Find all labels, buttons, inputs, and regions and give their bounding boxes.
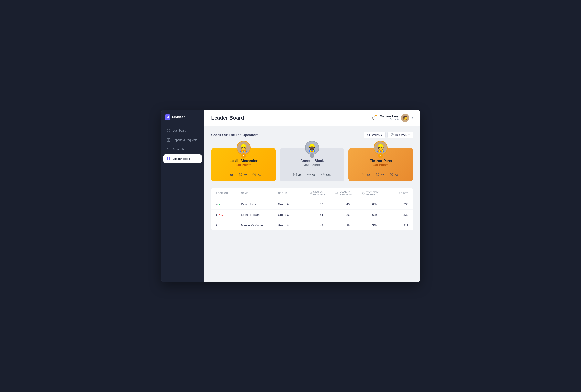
stat-val-6: 64h — [326, 174, 331, 177]
groups-filter-button[interactable]: All Groups ▾ — [364, 132, 386, 138]
row-name-4: Devon Lane — [241, 202, 276, 206]
app-name: Monitait — [172, 115, 186, 119]
svg-rect-41 — [309, 192, 311, 194]
table-header: POSITION NAME GROUP STATUS REPORTS — [211, 188, 413, 199]
row-name-5: Esther Howard — [241, 213, 276, 216]
row-group-4: Group A — [278, 202, 308, 206]
svg-point-44 — [310, 194, 310, 194]
schedule-icon — [166, 147, 170, 151]
user-info: Matthew Perry Score: 0 — [380, 115, 399, 121]
table-row: 4 ▲ 1 Devon Lane Group A 36 40 60h 336 — [211, 199, 413, 209]
svg-rect-1 — [168, 129, 170, 130]
row-quality-4: 40 — [336, 202, 360, 206]
col-status: STATUS REPORTS — [309, 191, 334, 196]
svg-point-30 — [308, 173, 310, 176]
leaderboard-icon — [166, 157, 170, 161]
podium-card-1: 👷 1 Leslie Alexander 348 Points — [211, 148, 276, 182]
col-hours: WORKING HOURS — [362, 191, 387, 196]
stat-hours-3: 64h — [390, 173, 400, 178]
podium-section: 👷 1 Leslie Alexander 348 Points — [211, 144, 413, 182]
row-group-6: Group A — [278, 224, 308, 227]
svg-rect-2 — [167, 131, 168, 132]
podium-points-3: 340 Points — [373, 163, 388, 167]
sidebar-nav: Dashboard Reports & Requests — [161, 126, 204, 163]
svg-point-47 — [336, 193, 337, 194]
filters-section: All Groups ▾ This week ▾ — [364, 132, 413, 138]
stat-quality-2: 32 — [307, 173, 316, 178]
col-position: POSITION — [216, 191, 240, 196]
stat-val-1: 48 — [230, 174, 233, 177]
sidebar-item-reports[interactable]: Reports & Requests — [163, 136, 202, 144]
svg-rect-3 — [168, 131, 170, 132]
row-quality-5: 26 — [336, 213, 360, 216]
status-icon — [224, 173, 228, 178]
col-quality: QUALITY REPORTS — [336, 191, 360, 196]
sidebar-item-leaderboard[interactable]: Leader board — [163, 155, 202, 163]
content-subheading: Check Out The Top Operators! — [211, 133, 260, 137]
sidebar-item-dashboard[interactable]: Dashboard — [163, 126, 202, 135]
stat-status-1: 48 — [224, 173, 233, 178]
row-points-5: 330 — [389, 213, 408, 216]
row-position-6: 6 — [216, 224, 240, 227]
stat-val-4: 48 — [298, 174, 302, 177]
svg-rect-33 — [362, 173, 365, 176]
logo: M Monitait — [161, 114, 204, 126]
podium-avatar-2: 👷🏿 — [305, 141, 319, 155]
svg-point-31 — [308, 174, 310, 176]
row-position-5: 5 ▼ 1 — [216, 213, 240, 216]
logo-icon: M — [165, 114, 170, 120]
stat-quality-1: 32 — [238, 173, 247, 178]
user-section: Matthew Perry Score: 0 🧑 ▾ — [370, 114, 413, 122]
table-row: 6 Marvin McKinney Group A 42 38 58h 312 — [211, 220, 413, 230]
stat-status-3: 48 — [362, 173, 370, 178]
period-filter-label: This week — [395, 134, 407, 137]
main-content: Check Out The Top Operators! All Groups … — [204, 126, 420, 282]
svg-point-38 — [376, 173, 379, 176]
row-group-5: Group C — [278, 213, 308, 216]
row-hours-6: 58h — [362, 224, 387, 227]
leaderboard-table: POSITION NAME GROUP STATUS REPORTS — [211, 188, 413, 230]
svg-point-22 — [239, 173, 242, 176]
row-status-6: 42 — [309, 224, 334, 227]
svg-rect-25 — [294, 173, 296, 176]
row-status-4: 36 — [309, 202, 334, 206]
rank-badge-2: 2 — [310, 153, 314, 158]
avatar: 🧑 — [401, 114, 409, 122]
quality-icon — [238, 173, 242, 178]
podium-card-3: 👷 3 Eleanor Pena 340 Points — [348, 148, 413, 182]
sidebar-item-label: Dashboard — [173, 129, 186, 132]
col-name: NAME — [241, 191, 276, 196]
sidebar-item-schedule[interactable]: Schedule — [163, 145, 202, 154]
status-icon-2 — [293, 173, 297, 178]
svg-point-46 — [336, 192, 338, 195]
podium-avatar-3: 👷 — [374, 141, 388, 155]
period-filter-button[interactable]: This week ▾ — [388, 132, 413, 138]
dashboard-icon — [166, 129, 170, 133]
svg-point-20 — [226, 175, 226, 176]
podium-stats-1: 48 32 — [224, 170, 262, 178]
trend-down-icon: ▼ 1 — [219, 214, 222, 216]
main-area: Leader Board Matthew Perry Score: 0 🧑 ▾ — [204, 110, 420, 282]
col-group: GROUP — [278, 191, 308, 196]
svg-point-34 — [363, 174, 363, 175]
sidebar-item-label: Schedule — [173, 148, 184, 151]
svg-rect-17 — [225, 173, 228, 176]
user-menu-button[interactable]: ▾ — [412, 116, 413, 119]
podium-name-2: Annette Black — [300, 159, 324, 163]
status-icon-3 — [362, 173, 366, 178]
sidebar-item-label: Reports & Requests — [173, 138, 197, 142]
rank-badge-1: 1 — [241, 153, 246, 158]
row-points-4: 336 — [389, 202, 408, 206]
stat-hours-1: 64h — [252, 173, 262, 178]
svg-rect-0 — [167, 129, 168, 130]
row-name-6: Marvin McKinney — [241, 224, 276, 227]
notifications-button[interactable] — [370, 114, 378, 122]
svg-point-26 — [294, 174, 295, 175]
row-hours-4: 60h — [362, 202, 387, 206]
svg-point-36 — [363, 175, 363, 176]
stat-val-3: 64h — [257, 174, 262, 177]
stat-val-9: 64h — [394, 174, 400, 177]
podium-stats-3: 48 32 — [362, 170, 400, 178]
svg-point-39 — [377, 174, 378, 176]
podium-points-1: 348 Points — [236, 163, 252, 167]
